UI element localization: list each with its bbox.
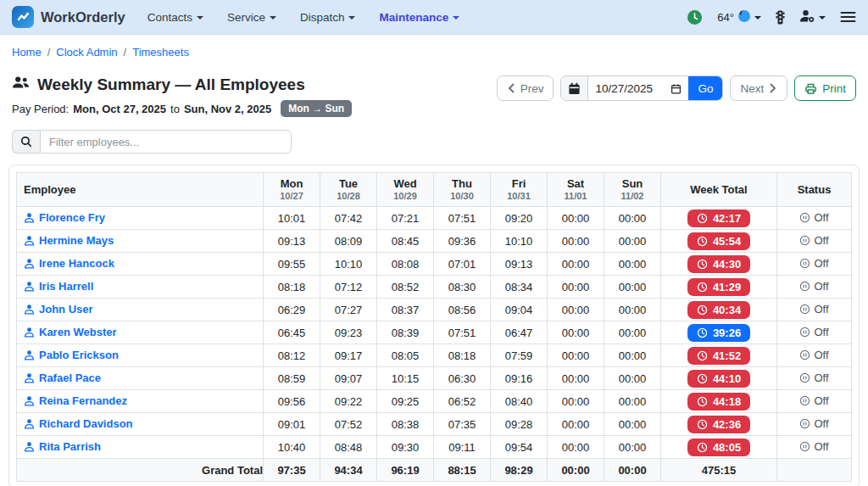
time-cell: 09:20 <box>491 207 548 230</box>
clock-icon <box>697 282 708 293</box>
time-cell: 06:45 <box>264 321 320 344</box>
week-total-cell: 42:17 <box>661 207 777 230</box>
day-header-sat: Sat11/01 <box>548 173 604 207</box>
timesheet-card: Employee Mon10/27Tue10/28Wed10/29Thu10/3… <box>8 165 860 486</box>
week-total-badge: 44:30 <box>687 255 750 273</box>
weather-dropdown[interactable]: 64° <box>717 9 761 25</box>
day-header-thu: Thu10/30 <box>434 173 491 207</box>
print-button[interactable]: Print <box>794 75 856 101</box>
day-header-tue: Tue10/28 <box>320 173 377 207</box>
nav-item-maintenance[interactable]: Maintenance <box>379 11 459 24</box>
employee-cell: Reina Fernandez <box>17 390 264 413</box>
time-cell: 09:56 <box>264 390 320 413</box>
time-cell: 00:00 <box>548 276 604 299</box>
week-total-cell: 40:34 <box>661 299 777 321</box>
table-row: Rafael Pace08:5909:0710:1506:3009:1600:0… <box>17 367 852 390</box>
next-week-button[interactable]: Next <box>730 75 787 101</box>
breadcrumb-timesheets[interactable]: Timesheets <box>132 46 189 59</box>
status-cell: Off <box>777 413 852 436</box>
week-total-badge: 48:05 <box>687 439 750 456</box>
week-total-badge: 45:54 <box>687 232 750 250</box>
week-total-column-header: Week Total <box>661 173 777 207</box>
person-icon <box>24 212 35 223</box>
pay-period-start: Mon, Oct 27, 2025 <box>73 103 166 115</box>
time-cell: 09:55 <box>264 253 320 276</box>
employee-link[interactable]: Iris Harrell <box>24 280 93 293</box>
week-total-cell: 48:05 <box>661 436 777 459</box>
employee-link[interactable]: John User <box>24 303 93 316</box>
status-badge: Off <box>799 440 828 453</box>
clock-icon <box>697 419 708 430</box>
status-badge: Off <box>799 211 828 224</box>
status-cell: Off <box>777 390 852 413</box>
time-cell: 07:12 <box>320 276 377 299</box>
employee-filter-group <box>12 130 292 154</box>
time-cell: 08:09 <box>320 230 377 253</box>
employee-link[interactable]: Irene Hancock <box>24 257 114 270</box>
time-cell: 00:00 <box>604 207 661 230</box>
employee-link[interactable]: Karen Webster <box>24 326 117 338</box>
status-badge: Off <box>799 326 828 338</box>
time-cell: 00:00 <box>548 207 604 230</box>
grand-total-cell: 00:00 <box>604 459 661 482</box>
table-row: Karen Webster06:4509:2308:3907:5106:4700… <box>17 321 852 344</box>
time-cell: 08:39 <box>377 321 434 344</box>
prev-week-button[interactable]: Prev <box>497 75 554 101</box>
time-cell: 00:00 <box>548 413 604 436</box>
employee-cell: Rita Parrish <box>17 436 264 459</box>
traffic-light-icon[interactable] <box>776 10 785 25</box>
clock-icon <box>697 373 708 384</box>
breadcrumb-clock-admin[interactable]: Clock Admin <box>56 46 117 59</box>
time-cell: 00:00 <box>604 276 661 299</box>
time-cell: 00:00 <box>604 413 661 436</box>
week-total-badge: 39:26 <box>687 324 750 342</box>
nav-item-dispatch[interactable]: Dispatch <box>300 11 356 24</box>
time-cell: 07:27 <box>320 299 377 321</box>
grand-total-cell: 94:34 <box>320 459 377 482</box>
breadcrumb-home[interactable]: Home <box>12 46 42 59</box>
employee-link[interactable]: Florence Fry <box>24 211 105 224</box>
employee-link[interactable]: Richard Davidson <box>24 417 133 430</box>
employee-link[interactable]: Reina Fernandez <box>24 394 127 407</box>
time-cell: 00:00 <box>548 321 604 344</box>
time-cell: 00:00 <box>604 436 661 459</box>
time-cell: 08:12 <box>264 344 320 367</box>
pause-circle-icon <box>799 304 810 315</box>
time-cell: 08:45 <box>377 230 434 253</box>
employee-link[interactable]: Rafael Pace <box>24 371 101 384</box>
time-cell: 08:38 <box>377 413 434 436</box>
week-total-cell: 41:29 <box>661 276 777 299</box>
users-icon <box>12 75 30 94</box>
filter-employees-input[interactable] <box>40 130 292 154</box>
pause-circle-icon <box>799 212 810 223</box>
employee-column-header: Employee <box>17 173 264 207</box>
person-icon <box>24 258 35 269</box>
brand[interactable]: WorkOrderly <box>12 6 125 28</box>
clock-status-icon[interactable] <box>687 9 703 25</box>
user-settings-dropdown[interactable] <box>799 9 826 25</box>
employee-link[interactable]: Hermine Mays <box>24 234 114 247</box>
grand-total-cell: 97:35 <box>264 459 320 482</box>
time-cell: 06:29 <box>264 299 320 321</box>
nav-item-service[interactable]: Service <box>227 11 276 24</box>
grand-total-cell: 98:29 <box>491 459 548 482</box>
status-badge: Off <box>799 394 828 407</box>
chevron-down-icon <box>754 16 761 20</box>
clock-icon <box>697 442 708 453</box>
date-input[interactable]: 10/27/2025 <box>588 76 688 100</box>
week-total-cell: 44:30 <box>661 253 777 276</box>
time-cell: 00:00 <box>548 230 604 253</box>
nav-item-contacts[interactable]: Contacts <box>147 11 203 24</box>
time-cell: 08:30 <box>434 276 491 299</box>
person-icon <box>24 349 35 360</box>
pause-circle-icon <box>799 258 810 269</box>
week-navigation-controls: Prev 10/27/2025 Go Next Print <box>497 75 856 101</box>
time-cell: 09:13 <box>264 230 320 253</box>
time-cell: 00:00 <box>604 321 661 344</box>
menu-icon[interactable] <box>840 11 856 23</box>
employee-link[interactable]: Rita Parrish <box>24 440 101 453</box>
go-button[interactable]: Go <box>688 76 722 100</box>
time-cell: 10:40 <box>264 436 320 459</box>
employee-link[interactable]: Pablo Erickson <box>24 349 119 361</box>
page-header: Weekly Summary — All Employees Pay Perio… <box>0 59 868 117</box>
